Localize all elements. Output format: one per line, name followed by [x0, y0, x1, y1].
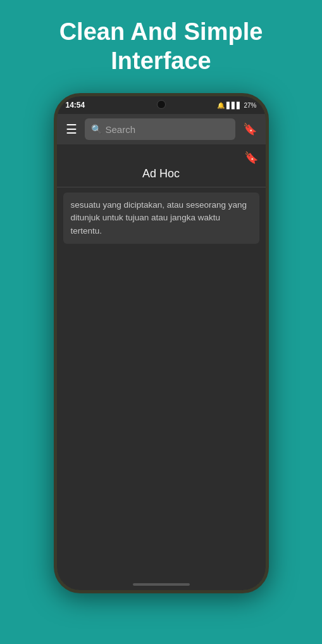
status-time: 14:54 [66, 101, 85, 110]
bottom-home-indicator [57, 579, 266, 590]
word-title: Ad Hoc [65, 167, 258, 183]
menu-icon[interactable]: ☰ [63, 119, 80, 139]
toolbar: ☰ 🔍 Search 🔖 [57, 114, 266, 144]
signal-bars-icon: ▋▋▋ [226, 102, 242, 109]
notification-icon: 🔔 [217, 102, 225, 109]
search-icon: 🔍 [91, 124, 102, 134]
word-area: 🔖 Ad Hoc sesuatu yang diciptakan, atau s… [57, 144, 266, 579]
word-header: 🔖 Ad Hoc [57, 144, 266, 187]
hero-title: Clean And Simple Interface [0, 18, 322, 75]
phone-shell: 14:54 🔔 ▋▋▋ 27% ☰ 🔍 Search 🔖 🔖 Ad Hoc se… [54, 93, 269, 593]
app-screen: ☰ 🔍 Search 🔖 🔖 Ad Hoc sesuatu yang dicip… [57, 114, 266, 590]
home-bar [133, 583, 190, 586]
battery-icon: 27% [244, 102, 256, 109]
word-definition: sesuatu yang diciptakan, atau seseorang … [63, 193, 259, 244]
word-bookmark-icon[interactable]: 🔖 [244, 151, 258, 165]
search-box[interactable]: 🔍 Search [85, 118, 235, 140]
bookmark-toolbar-icon[interactable]: 🔖 [240, 120, 259, 139]
status-icons-left: 🔔 ▋▋▋ 27% [217, 102, 256, 109]
search-input-placeholder: Search [106, 124, 136, 135]
camera-cutout [157, 100, 166, 109]
